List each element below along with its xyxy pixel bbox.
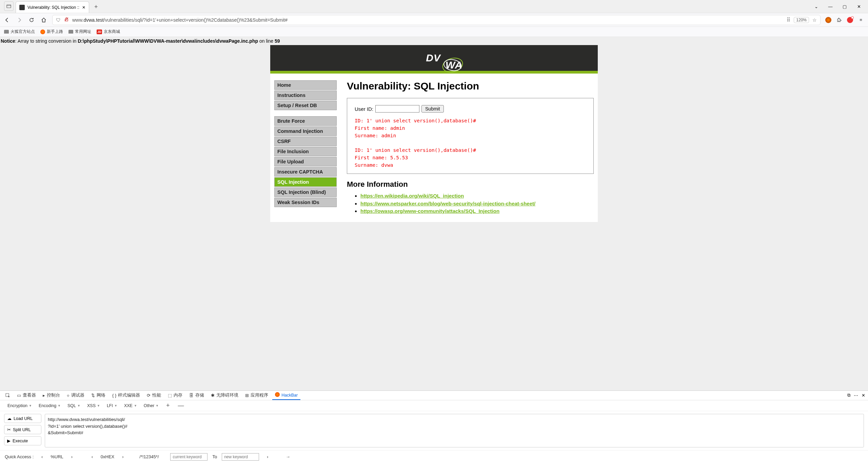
devtools-tab[interactable]: ▭查看器 bbox=[14, 391, 39, 400]
window-controls-icon[interactable] bbox=[4, 1, 14, 11]
sidebar-item[interactable]: CSRF bbox=[274, 137, 337, 146]
sidebar-item[interactable]: Brute Force bbox=[274, 116, 337, 126]
hackbar-url-textarea[interactable]: http://www.dvwa.test/vulnerabilities/sql… bbox=[45, 414, 864, 447]
more-info-heading: More Information bbox=[347, 180, 594, 189]
bookmark-item[interactable]: 火狐官方站点 bbox=[4, 29, 35, 35]
devtools-tab-label: 存储 bbox=[195, 392, 204, 398]
hackbar-menu-label: LFI bbox=[107, 403, 113, 408]
qa-apply-next[interactable]: › bbox=[264, 454, 271, 459]
close-window-button[interactable]: ✕ bbox=[853, 4, 865, 9]
hackbar-menu[interactable]: LFI▼ bbox=[104, 402, 120, 409]
devtools-tab[interactable]: ⊞应用程序 bbox=[242, 391, 271, 400]
devtools-tab[interactable]: ⟳性能 bbox=[144, 391, 164, 400]
shield-icon[interactable]: 🛡 bbox=[56, 17, 61, 23]
devtools-tab-icon: ⟳ bbox=[147, 393, 151, 398]
maximize-button[interactable]: ▢ bbox=[839, 4, 850, 9]
page-viewport[interactable]: Notice: Array to string conversion in D:… bbox=[0, 37, 868, 390]
bookmark-item[interactable]: 常用网址 bbox=[68, 29, 91, 35]
info-link[interactable]: https://www.netsparker.com/blog/web-secu… bbox=[360, 201, 535, 206]
insecure-lock-icon[interactable] bbox=[64, 17, 69, 23]
user-id-label: User ID: bbox=[355, 106, 373, 112]
responsive-mode-icon[interactable]: ⧉ bbox=[847, 393, 850, 398]
hackbar-buttons: ☁Load URL ✂Split URL ▶Execute bbox=[4, 414, 41, 447]
info-link[interactable]: https://owasp.org/www-community/attacks/… bbox=[360, 208, 499, 214]
tabs-dropdown-icon[interactable]: ⌄ bbox=[810, 4, 822, 9]
qa-next-1[interactable]: › bbox=[68, 454, 76, 459]
forward-button[interactable] bbox=[16, 16, 23, 24]
hackbar-menu[interactable]: SQL▼ bbox=[65, 402, 83, 409]
qa-run-arrow[interactable]: → bbox=[284, 454, 292, 459]
current-keyword-input[interactable] bbox=[170, 453, 208, 461]
devtools-tab[interactable]: ▸控制台 bbox=[40, 391, 63, 400]
sidebar-item[interactable]: Setup / Reset DB bbox=[274, 101, 337, 110]
play-icon: ▶ bbox=[7, 438, 11, 443]
dvwa-sidebar: HomeInstructionsSetup / Reset DBBrute Fo… bbox=[274, 80, 337, 215]
info-link[interactable]: https://en.wikipedia.org/wiki/SQL_inject… bbox=[360, 193, 464, 199]
submit-button[interactable]: Submit bbox=[421, 105, 444, 113]
sidebar-item[interactable]: Instructions bbox=[274, 90, 337, 100]
kebab-menu-icon[interactable]: ⋯ bbox=[854, 393, 858, 398]
devtools-picker-icon[interactable] bbox=[3, 391, 13, 400]
hackbar-remove-button[interactable]: — bbox=[175, 402, 188, 409]
new-tab-button[interactable]: + bbox=[91, 2, 101, 12]
user-id-input[interactable] bbox=[375, 105, 419, 113]
browser-tab[interactable]: Vulnerability: SQL Injection :: ✕ bbox=[16, 1, 89, 13]
bookmark-item[interactable]: JD京东商城 bbox=[97, 29, 120, 35]
hackbar-menu[interactable]: Other▼ bbox=[141, 402, 161, 409]
execute-button[interactable]: ▶Execute bbox=[4, 436, 41, 445]
hackbar-add-button[interactable]: + bbox=[163, 402, 173, 409]
sidebar-item[interactable]: Command Injection bbox=[274, 126, 337, 136]
devtools-tab[interactable]: ⇅网络 bbox=[88, 391, 108, 400]
qa-prev-2[interactable]: ‹ bbox=[88, 454, 96, 459]
devtools-tab[interactable]: ⟐调试器 bbox=[64, 391, 87, 400]
devtools-tab[interactable]: HackBar bbox=[272, 391, 300, 400]
hackbar-menu[interactable]: Encryption▼ bbox=[5, 402, 35, 409]
sidebar-item[interactable]: Insecure CAPTCHA bbox=[274, 167, 337, 177]
devtools-tab-icon: ▸ bbox=[43, 393, 45, 398]
devtools-tab-label: 网络 bbox=[97, 392, 105, 398]
tab-close-icon[interactable]: ✕ bbox=[82, 5, 85, 10]
hackbar-menu[interactable]: XXE▼ bbox=[121, 402, 140, 409]
sidebar-item[interactable]: File Inclusion bbox=[274, 147, 337, 156]
devtools-close-icon[interactable]: ✕ bbox=[862, 393, 865, 398]
devtools-tab[interactable]: { }样式编辑器 bbox=[110, 391, 143, 400]
home-button[interactable] bbox=[40, 16, 47, 24]
bookmarks-bar: 火狐官方站点新手上路常用网址JD京东商城 bbox=[0, 27, 868, 37]
load-url-button[interactable]: ☁Load URL bbox=[4, 414, 41, 423]
sidebar-item[interactable]: Home bbox=[274, 80, 337, 90]
bookmark-star-icon[interactable]: ☆ bbox=[812, 17, 817, 23]
sidebar-item[interactable]: Weak Session IDs bbox=[274, 198, 337, 207]
app-menu-icon[interactable]: ≡ bbox=[857, 16, 865, 24]
extensions-icon[interactable] bbox=[835, 16, 843, 24]
extension-badge-icon[interactable] bbox=[847, 17, 853, 23]
profile-icon[interactable] bbox=[825, 17, 831, 23]
minimize-button[interactable]: ― bbox=[825, 4, 836, 9]
back-button[interactable] bbox=[3, 16, 11, 24]
sidebar-item[interactable]: SQL Injection bbox=[274, 177, 337, 187]
sidebar-item[interactable]: File Upload bbox=[274, 157, 337, 166]
reload-button[interactable] bbox=[28, 16, 35, 24]
sqli-form-box: User ID: Submit ID: 1' union select vers… bbox=[347, 98, 594, 174]
devtools-tab-label: 内存 bbox=[174, 392, 182, 398]
devtools-tab[interactable]: ⬚内存 bbox=[165, 391, 185, 400]
devtools-tab[interactable]: 🗄存储 bbox=[186, 391, 207, 400]
bookmark-item[interactable]: 新手上路 bbox=[40, 29, 63, 35]
url-bar[interactable]: 🛡 www.dvwa.test/vulnerabilities/sqli/?id… bbox=[52, 15, 821, 25]
info-link-item: https://en.wikipedia.org/wiki/SQL_inject… bbox=[360, 192, 594, 200]
split-url-button[interactable]: ✂Split URL bbox=[4, 425, 41, 434]
new-keyword-input[interactable] bbox=[222, 453, 259, 461]
devtools-tab[interactable]: ✱无障碍环境 bbox=[208, 391, 241, 400]
hackbar-menu[interactable]: Encoding▼ bbox=[36, 402, 63, 409]
dvwa-main: Vulnerability: SQL Injection User ID: Su… bbox=[347, 80, 594, 215]
dvwa-logo: DVWA bbox=[426, 52, 442, 64]
sidebar-item[interactable]: SQL Injection (Blind) bbox=[274, 187, 337, 197]
qa-prev-1[interactable]: ‹ bbox=[38, 454, 46, 459]
hackbar-menu[interactable]: XSS▼ bbox=[84, 402, 103, 409]
info-link-item: https://owasp.org/www-community/attacks/… bbox=[360, 207, 594, 215]
devtools-tab-label: HackBar bbox=[281, 393, 298, 398]
qa-next-2[interactable]: › bbox=[119, 454, 126, 459]
qr-icon[interactable]: ⠿ bbox=[787, 17, 790, 23]
devtools-tab-icon: ⇅ bbox=[91, 393, 95, 398]
browser-titlebar: Vulnerability: SQL Injection :: ✕ + ⌄ ― … bbox=[0, 0, 868, 13]
zoom-level[interactable]: 120% bbox=[794, 17, 809, 23]
